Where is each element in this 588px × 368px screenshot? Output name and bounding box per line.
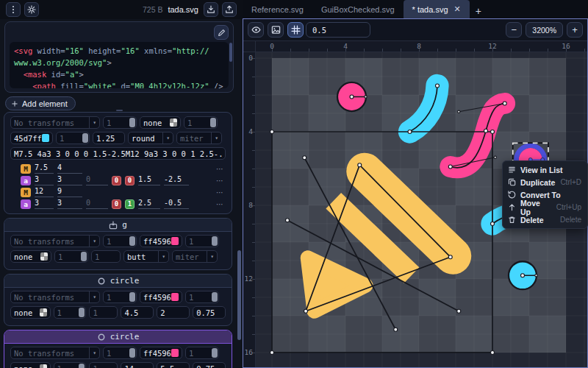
color-swatch[interactable]: [40, 252, 48, 261]
path-handle[interactable]: [304, 309, 308, 313]
slider-thumb[interactable]: [129, 292, 135, 302]
slider-thumb[interactable]: [81, 252, 87, 261]
command-value[interactable]: 0: [86, 199, 108, 209]
arc-flag-toggle[interactable]: 0: [125, 176, 135, 185]
path-handle[interactable]: [484, 129, 488, 132]
path-handle[interactable]: [503, 102, 506, 105]
arc-flag-toggle[interactable]: 0: [112, 199, 121, 209]
command-value[interactable]: 4: [57, 163, 82, 174]
color-control[interactable]: ff4596: [140, 347, 182, 359]
color-swatch[interactable]: [171, 293, 179, 301]
command-badge[interactable]: a: [21, 199, 31, 209]
command-badge[interactable]: M: [21, 188, 31, 197]
command-value[interactable]: 9: [57, 187, 82, 197]
panel-collapse-handle[interactable]: [116, 110, 123, 111]
menu-item-duplicate[interactable]: DuplicateCtrl+D: [503, 176, 587, 188]
input-control[interactable]: 2: [157, 306, 190, 319]
upload-button[interactable]: [222, 2, 237, 17]
command-badge[interactable]: M: [21, 164, 31, 174]
path-handle[interactable]: [270, 350, 274, 354]
slider-thumb[interactable]: [79, 308, 85, 317]
slider-control[interactable]: 1: [54, 306, 87, 319]
menu-item-view-in-list[interactable]: View in List: [503, 163, 587, 176]
panel-header-g[interactable]: g: [4, 219, 232, 232]
download-button[interactable]: [204, 2, 218, 17]
select-control[interactable]: round▾: [128, 132, 173, 144]
slider-control[interactable]: 1: [56, 132, 90, 144]
path-handle[interactable]: [394, 328, 398, 331]
input-control[interactable]: 1.25: [93, 132, 125, 144]
close-tab-icon[interactable]: ✕: [454, 5, 461, 13]
command-badge[interactable]: a: [21, 176, 31, 185]
select-control[interactable]: No transforms▾: [10, 116, 100, 129]
visibility-button[interactable]: [248, 22, 264, 38]
slider-thumb[interactable]: [129, 118, 135, 127]
path-handle[interactable]: [535, 275, 537, 277]
select-control[interactable]: butt▾: [123, 250, 169, 263]
path-handle[interactable]: [491, 350, 495, 354]
select-control[interactable]: No transforms▾: [10, 347, 100, 359]
slider-thumb[interactable]: [79, 364, 85, 368]
select-control[interactable]: miter▾: [172, 250, 218, 263]
color-control[interactable]: none: [10, 306, 51, 319]
color-control[interactable]: none: [10, 250, 51, 263]
panel-header-circle-1[interactable]: circle: [4, 275, 232, 288]
path-handle[interactable]: [494, 156, 496, 158]
color-swatch[interactable]: [40, 308, 47, 316]
slider-control[interactable]: 1: [103, 116, 137, 129]
edit-code-button[interactable]: [214, 25, 229, 40]
add-element-button[interactable]: Add element: [5, 96, 76, 110]
color-control[interactable]: none: [140, 116, 181, 129]
path-handle[interactable]: [270, 130, 274, 134]
path-handle[interactable]: [521, 274, 525, 277]
path-handle[interactable]: [457, 309, 461, 313]
panel-header-circle-2[interactable]: circle: [4, 330, 232, 344]
path-handle[interactable]: [303, 156, 306, 160]
slider-control[interactable]: 1: [185, 235, 219, 247]
slider-thumb[interactable]: [210, 118, 216, 127]
snap-value-input[interactable]: 0.5: [306, 22, 370, 38]
color-control[interactable]: none: [10, 362, 51, 368]
tab-1[interactable]: GuiBoxChecked.svg: [312, 0, 404, 18]
code-editor[interactable]: <svg width="16" height="16" xmlns="http:…: [10, 42, 229, 88]
path-handle[interactable]: [448, 255, 452, 259]
command-more-button[interactable]: ⋯: [216, 200, 226, 208]
slider-control[interactable]: 1: [103, 235, 137, 247]
path-handle[interactable]: [286, 219, 290, 222]
input-control[interactable]: M7.5 4a3 3 0 0 0 1.5-2.5M12 9a3 3 0 0 1 …: [10, 147, 226, 160]
input-control[interactable]: 1: [89, 362, 118, 368]
select-control[interactable]: No transforms▾: [10, 291, 100, 303]
code-scrollbar[interactable]: [229, 43, 232, 62]
slider-thumb[interactable]: [212, 348, 218, 358]
slider-control[interactable]: 1: [54, 250, 88, 263]
snap-grid-button[interactable]: [287, 22, 304, 38]
image-background-button[interactable]: [268, 22, 284, 38]
path-handle[interactable]: [408, 130, 412, 134]
command-value[interactable]: 3: [35, 175, 54, 185]
slider-thumb[interactable]: [129, 348, 135, 358]
input-control[interactable]: 1: [89, 306, 118, 319]
command-value[interactable]: 2.5: [138, 199, 160, 209]
command-value[interactable]: -2.5: [164, 175, 189, 185]
command-more-button[interactable]: ⋯: [216, 165, 226, 173]
color-swatch[interactable]: [40, 364, 47, 368]
slider-control[interactable]: 1: [185, 347, 219, 359]
arc-flag-toggle[interactable]: 0: [112, 176, 121, 185]
command-value[interactable]: 12: [35, 187, 54, 197]
color-swatch[interactable]: [42, 134, 49, 142]
command-value[interactable]: 7.5: [35, 163, 54, 174]
path-handle[interactable]: [350, 95, 354, 99]
kebab-menu-button[interactable]: [6, 2, 21, 17]
slider-thumb[interactable]: [212, 292, 218, 302]
slider-control[interactable]: 1: [103, 291, 137, 303]
new-tab-button[interactable]: +: [470, 5, 487, 17]
slider-thumb[interactable]: [82, 133, 88, 143]
input-control[interactable]: 4.5: [121, 306, 154, 319]
input-control[interactable]: 1: [91, 250, 121, 263]
input-control[interactable]: 14: [121, 362, 154, 368]
select-control[interactable]: miter▾: [176, 132, 222, 144]
input-control[interactable]: 0.75: [193, 362, 226, 368]
panel-scrollbar[interactable]: [237, 250, 241, 340]
slider-thumb[interactable]: [129, 236, 135, 246]
path-handle[interactable]: [358, 163, 362, 167]
